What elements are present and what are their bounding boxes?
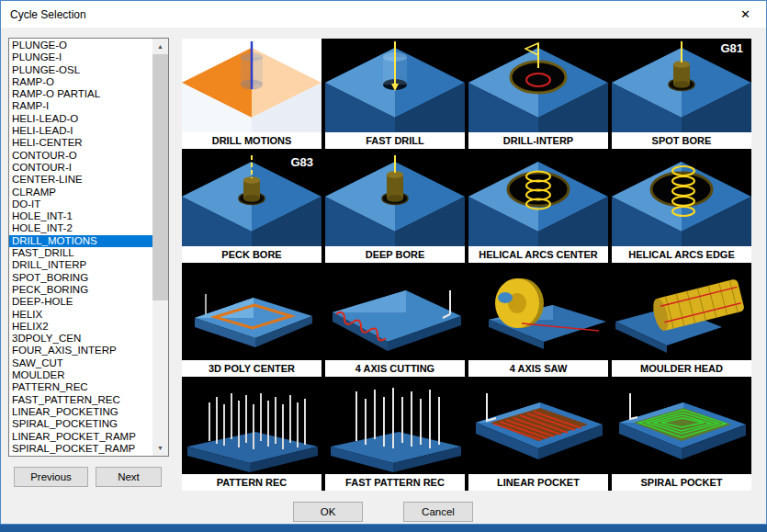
cycle-list: PLUNGE-O PLUNGE-I PLUNGE-OSL RAMP-O RAMP… <box>9 40 152 456</box>
3d-poly-center-image <box>182 266 321 360</box>
cycle-thumbnail-4-axis-saw[interactable]: 4 AXIS SAW <box>468 266 608 377</box>
list-item[interactable]: HELI-LEAD-I <box>9 125 152 137</box>
cycle-thumbnail-spot-bore[interactable]: G81 SPOT BORE <box>612 39 751 149</box>
list-item[interactable]: PATTERN_REC <box>9 381 152 393</box>
background-window-strip <box>0 525 767 532</box>
window-title: Cycle Selection <box>10 8 86 21</box>
thumbnail-caption: MOULDER HEAD <box>612 360 751 377</box>
list-item[interactable]: LINEAR_POCKETING <box>9 406 152 418</box>
cycle-thumbnail-drill-interp[interactable]: DRILL-INTERP <box>468 39 608 149</box>
thumbnail-caption: HELICAL ARCS CENTER <box>468 246 608 263</box>
list-item[interactable]: HELI-CENTER <box>9 137 152 149</box>
list-item[interactable]: CONTOUR-I <box>9 162 152 174</box>
cycle-thumbnail-3d-poly-center[interactable]: 3D POLY CENTER <box>182 266 321 377</box>
cycle-thumbnail-helical-arcs-center[interactable]: HELICAL ARCS CENTER <box>468 153 608 263</box>
linear-pocket-icon <box>468 380 608 474</box>
helical-arcs-center-image <box>468 153 608 246</box>
thumbnail-caption: PATTERN REC <box>182 474 321 491</box>
badge-label: G81 <box>720 41 743 55</box>
list-item[interactable]: CENTER-LINE <box>9 174 152 186</box>
titlebar: Cycle Selection ✕ <box>1 1 766 28</box>
list-item[interactable]: HELIX2 <box>9 321 152 333</box>
list-item[interactable]: MOULDER <box>9 369 152 381</box>
fast-pattern-rec-image <box>325 380 465 474</box>
cycle-thumbnail-deep-bore[interactable]: DEEP BORE <box>325 153 465 263</box>
cycle-thumbnail-fast-pattern-rec[interactable]: FAST PATTERN REC <box>325 380 465 491</box>
list-item[interactable]: SPIRAL_POCKETING <box>9 418 152 430</box>
thumbnail-caption: DEEP BORE <box>325 246 465 263</box>
list-item[interactable]: SAW_CUT <box>9 357 152 369</box>
thumbnail-caption: SPOT BORE <box>612 132 751 149</box>
list-item[interactable]: SPIRAL_POCKET_RAMP <box>9 443 152 455</box>
cycle-thumbnail-drill-motions[interactable]: DRILL MOTIONS <box>182 39 321 149</box>
4-axis-saw-icon <box>468 266 608 360</box>
cycle-thumbnail-4-axis-cutting[interactable]: 4 AXIS CUTTING <box>325 266 465 377</box>
list-item[interactable]: PLUNGE-I <box>9 51 152 63</box>
list-scrollbar[interactable]: ▲ ▼ <box>152 39 168 456</box>
thumbnail-caption: FAST DRILL <box>325 132 465 149</box>
cycle-thumbnail-peck-bore[interactable]: G83 PECK BORE <box>182 153 321 263</box>
list-item[interactable]: CLRAMP <box>9 187 152 198</box>
thumbnail-caption: 3D POLY CENTER <box>182 360 321 377</box>
list-item[interactable]: FOUR_AXIS_INTERP <box>9 345 152 357</box>
cycle-thumbnail-fast-drill[interactable]: FAST DRILL <box>325 39 465 149</box>
list-item[interactable]: FAST_DRILL <box>9 247 152 259</box>
cycle-thumbnail-linear-pocket[interactable]: LINEAR POCKET <box>468 380 608 491</box>
scrollbar-thumb[interactable] <box>152 54 168 300</box>
spiral-pocket-image <box>612 380 751 474</box>
cancel-button[interactable]: Cancel <box>403 502 473 522</box>
cycle-thumbnail-spiral-pocket[interactable]: SPIRAL POCKET <box>612 380 751 491</box>
list-item[interactable]: RAMP-O PARTIAL <box>9 88 152 100</box>
list-item[interactable]: DEEP-HOLE <box>9 296 152 308</box>
list-item[interactable]: RAMP-I <box>9 100 152 112</box>
cycle-selection-dialog: Cycle Selection ✕ PLUNGE-O PLUNGE-I PLUN… <box>0 0 767 525</box>
linear-pocket-image <box>468 380 608 474</box>
thumbnail-caption: DRILL-INTERP <box>468 132 608 149</box>
list-item[interactable]: FAST_PATTERN_REC <box>9 394 152 406</box>
list-item[interactable]: RAMP-O <box>9 76 152 88</box>
4-axis-cutting-icon <box>325 266 465 360</box>
thumbnail-caption: HELICAL ARCS EDGE <box>612 246 751 263</box>
cycle-thumbnail-pattern-rec[interactable]: PATTERN REC <box>182 380 321 491</box>
ok-button[interactable]: OK <box>293 502 363 522</box>
fast-drill-icon <box>325 39 465 132</box>
list-item[interactable]: 3DPOLY_CEN <box>9 333 152 345</box>
list-item[interactable]: DO-IT <box>9 198 152 210</box>
previous-button[interactable]: Previous <box>14 467 88 487</box>
list-item[interactable]: CONTOUR-O <box>9 150 152 162</box>
helical-arcs-edge-icon <box>612 153 751 246</box>
scroll-down-icon[interactable]: ▼ <box>152 440 168 456</box>
list-item[interactable]: HELI-LEAD-O <box>9 113 152 125</box>
list-item[interactable]: HELIX <box>9 309 152 321</box>
next-button[interactable]: Next <box>96 467 162 487</box>
thumbnail-caption: PECK BORE <box>182 246 321 263</box>
list-item[interactable]: PECK_BORING <box>9 284 152 296</box>
list-item[interactable]: HOLE_INT-1 <box>9 210 152 222</box>
cycle-listbox: PLUNGE-O PLUNGE-I PLUNGE-OSL RAMP-O RAMP… <box>8 38 169 457</box>
drill-interp-image <box>468 39 608 132</box>
list-item-selected[interactable]: DRILL_MOTIONS <box>9 235 152 247</box>
list-item[interactable]: LINEAR_POCKET_RAMP <box>9 431 152 443</box>
fast-drill-image <box>325 39 465 132</box>
badge-label: G83 <box>290 155 313 169</box>
pattern-rec-icon <box>182 380 321 474</box>
4-axis-cutting-image <box>325 266 465 360</box>
close-icon[interactable]: ✕ <box>725 1 766 28</box>
thumbnail-caption: LINEAR POCKET <box>468 474 608 491</box>
scroll-up-icon[interactable]: ▲ <box>152 39 168 54</box>
cycle-thumbnail-helical-arcs-edge[interactable]: HELICAL ARCS EDGE <box>612 153 751 263</box>
cycle-thumbnail-moulder-head[interactable]: MOULDER HEAD <box>612 266 751 377</box>
spiral-pocket-icon <box>612 380 751 474</box>
list-item[interactable]: SPOT_BORING <box>9 272 152 284</box>
4-axis-saw-image <box>468 266 608 360</box>
list-item[interactable]: DRILL_INTERP <box>9 259 152 271</box>
deep-bore-image <box>325 153 465 246</box>
list-item[interactable]: HOLE_INT-2 <box>9 222 152 234</box>
moulder-head-image <box>612 266 751 360</box>
list-item[interactable]: PLUNGE-O <box>9 40 152 51</box>
list-item[interactable]: PLUNGE-OSL <box>9 64 152 76</box>
pattern-rec-image <box>182 380 321 474</box>
thumbnail-caption: 4 AXIS CUTTING <box>325 360 465 377</box>
drill-motions-image <box>182 39 321 132</box>
thumbnail-caption: 4 AXIS SAW <box>468 360 608 377</box>
